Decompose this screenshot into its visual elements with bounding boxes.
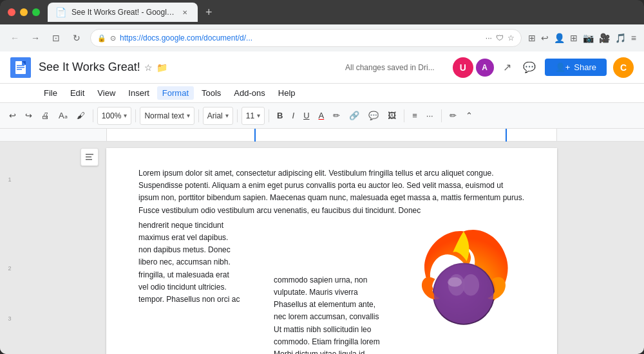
address-bar: ← → ⊡ ↻ 🔒 ⊙ https://docs.google.com/docu… [0, 24, 644, 51]
doc-title[interactable]: See It Works Great! [39, 61, 140, 74]
print-button[interactable]: 🖨 [37, 108, 53, 123]
menu-view[interactable]: View [92, 86, 120, 100]
tab-close-button[interactable]: ✕ [180, 7, 190, 17]
toolbar-separator-4 [237, 109, 238, 122]
size-dropdown-arrow: ▾ [257, 112, 260, 119]
svg-rect-3 [17, 67, 24, 68]
highlight-button[interactable]: ✏ [329, 108, 344, 123]
menu-file[interactable]: File [39, 86, 62, 100]
paragraph-1: Lorem ipsum dolor sit amet, consectetur … [138, 167, 525, 217]
folder-icon[interactable]: 📁 [156, 62, 167, 73]
link-button[interactable]: 🔗 [345, 108, 363, 123]
title-bar: 📄 See It Works Great! - Google D... ✕ + [0, 0, 644, 24]
more-button[interactable]: ··· [422, 108, 437, 123]
screenshot-icon[interactable]: 📷 [583, 33, 594, 43]
tab-title: See It Works Great! - Google D... [71, 8, 175, 17]
zoom-select[interactable]: 100% ▾ [97, 107, 132, 125]
document-outline-button[interactable] [80, 148, 99, 166]
avatar-user1: U [453, 57, 473, 78]
music-icon[interactable]: 🎵 [615, 33, 626, 43]
undo-button[interactable]: ↩ [5, 108, 20, 123]
forward-button[interactable]: → [28, 33, 43, 43]
minimize-button[interactable] [20, 8, 28, 16]
tab-doc-icon: 📄 [55, 7, 66, 17]
toolbar-separator-6 [404, 109, 404, 122]
underline-button[interactable]: U [299, 108, 313, 123]
tabs-area: 📄 See It Works Great! - Google D... ✕ + [48, 3, 636, 22]
tab-switch-button[interactable]: ⊡ [49, 33, 63, 43]
refresh-button[interactable]: ↻ [70, 33, 84, 43]
style-dropdown-arrow: ▾ [187, 112, 190, 119]
more-options-icon: ··· [486, 33, 492, 42]
active-tab[interactable]: 📄 See It Works Great! - Google D... ✕ [48, 3, 198, 22]
menu-tools[interactable]: Tools [196, 86, 226, 100]
document-content: Lorem ipsum dolor sit amet, consectetur … [138, 167, 525, 354]
extensions-icon[interactable]: ⊞ [570, 33, 578, 43]
svg-rect-2 [17, 65, 24, 66]
share-icon: 👤+ [555, 62, 571, 72]
svg-point-15 [434, 264, 494, 324]
browser-controls: ⊞ ↩ 👤 ⊞ 📷 🎥 🎵 ≡ [528, 33, 636, 43]
toolbar-separator-2 [135, 109, 136, 122]
address-input[interactable]: 🔒 ⊙ https://docs.google.com/document/d/.… [90, 29, 522, 47]
toolbar-separator-5 [269, 109, 269, 122]
edit-button[interactable]: ✏ [446, 108, 460, 123]
svg-rect-11 [86, 159, 92, 160]
font-select[interactable]: Arial ▾ [203, 107, 233, 125]
fullscreen-button[interactable] [32, 8, 40, 16]
svg-rect-10 [86, 156, 91, 158]
menu-bar: File Edit View Insert Format Tools Add-o… [0, 84, 644, 103]
page-number-1: 1 [0, 174, 19, 185]
close-button[interactable] [8, 8, 15, 16]
share-button[interactable]: 👤+ B Share [545, 59, 607, 76]
size-select[interactable]: 11 ▾ [242, 107, 265, 125]
avatar-user2: A [476, 59, 494, 77]
style-select[interactable]: Normal text ▾ [140, 107, 194, 125]
page-number-2: 2 [0, 263, 19, 274]
avatar-current-user[interactable]: C [613, 57, 634, 78]
firefox-logo-image [402, 219, 525, 339]
collapse-button[interactable]: ⌃ [462, 108, 477, 123]
video-icon[interactable]: 🎥 [599, 33, 610, 43]
google-docs-icon [10, 57, 31, 78]
menu-edit[interactable]: Edit [65, 86, 90, 100]
paint-format-button[interactable]: 🖌 [73, 108, 89, 123]
comment-button[interactable]: 💬 [365, 108, 383, 123]
italic-button[interactable]: I [289, 108, 299, 123]
font-dropdown-arrow: ▾ [225, 112, 229, 119]
redo-button[interactable]: ↪ [21, 108, 36, 123]
doc-actions: U A ↗ 💬 👤+ B Share C [453, 57, 634, 78]
trending-icon[interactable]: ↗ [500, 59, 514, 76]
page-number-3: 3 [0, 313, 19, 324]
text-color-button[interactable]: A [315, 108, 328, 123]
toolbar-separator-3 [198, 109, 199, 122]
history-icon[interactable]: ↩ [541, 33, 549, 43]
menu-help[interactable]: Help [273, 86, 301, 100]
bookmarks-icon[interactable]: ⊞ [528, 33, 536, 43]
menu-addons[interactable]: Add-ons [229, 86, 270, 100]
star-icon[interactable]: ☆ [144, 62, 153, 73]
menu-format[interactable]: Format [157, 86, 194, 100]
doc-area: 1 2 3 Lorem ipsum dolor sit amet, consec… [0, 142, 644, 354]
back-button[interactable]: ← [8, 33, 22, 43]
document-page: Lorem ipsum dolor sit amet, consectetur … [106, 148, 557, 354]
doc-title-area: See It Works Great! ☆ 📁 [39, 61, 337, 74]
account-icon[interactable]: 👤 [554, 33, 565, 43]
lock-icon: 🔒 [97, 34, 106, 42]
toolbar-separator-7 [441, 109, 442, 122]
svg-rect-4 [17, 69, 22, 70]
svg-point-16 [448, 277, 462, 286]
autosave-status: All changes saved in Dri... [345, 63, 435, 72]
align-button[interactable]: ≡ [408, 108, 421, 123]
menu-insert[interactable]: Insert [123, 86, 155, 100]
bookmark-icon[interactable]: ☆ [507, 33, 515, 42]
toolbar-separator-1 [93, 109, 93, 122]
bold-button[interactable]: B [273, 108, 287, 123]
new-tab-button[interactable]: + [200, 6, 218, 19]
ruler [0, 129, 644, 142]
comments-icon[interactable]: 💬 [520, 59, 538, 76]
spell-check-button[interactable]: Aₐ [55, 108, 71, 123]
traffic-lights [8, 8, 40, 16]
image-button[interactable]: 🖼 [384, 108, 400, 123]
menu-icon[interactable]: ≡ [631, 33, 636, 43]
